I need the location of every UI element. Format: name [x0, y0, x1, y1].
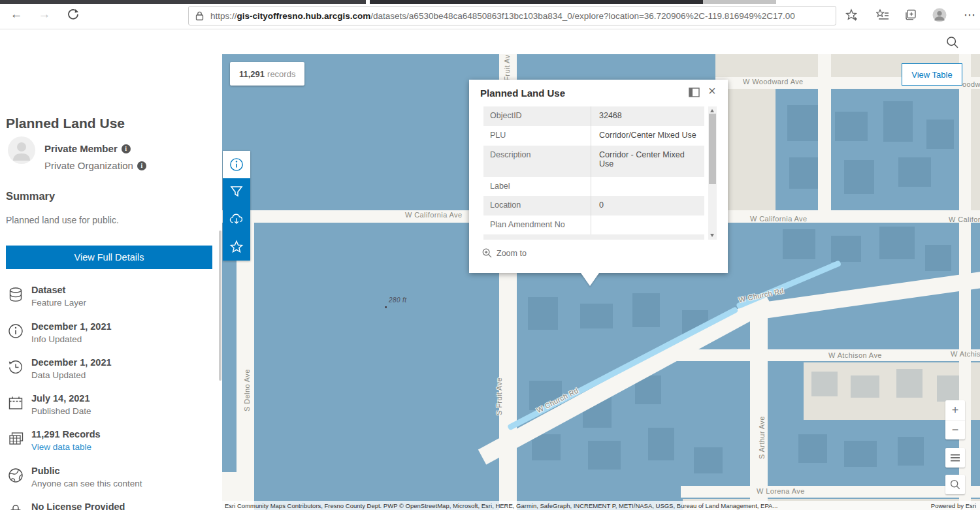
- collections-button[interactable]: [903, 7, 919, 23]
- popup-title: Planned Land Use: [480, 88, 565, 99]
- more-menu-button[interactable]: ⋯: [962, 7, 977, 23]
- scroll-down-arrow[interactable]: [710, 234, 714, 237]
- map-building: [831, 236, 861, 262]
- forward-button[interactable]: →: [36, 6, 53, 23]
- field-value: 0: [591, 196, 704, 215]
- street-label: S Delno Ave: [243, 369, 251, 411]
- favorites-bar-icon: [876, 8, 889, 22]
- street-label: W Lorena Ave: [757, 487, 805, 495]
- map-search-control: [945, 475, 965, 494]
- info-icon[interactable]: i: [137, 161, 146, 170]
- records-count: 11,291: [239, 69, 265, 79]
- search-icon[interactable]: [946, 36, 959, 49]
- magnifier-plus-icon: [482, 248, 492, 258]
- street-label: W Atchison Ave: [951, 350, 980, 358]
- meta-subtitle: Feature Layer: [31, 298, 86, 308]
- popup-scrollbar[interactable]: [708, 106, 717, 240]
- profile-avatar[interactable]: [932, 7, 947, 23]
- table-row: Location 0: [483, 196, 704, 215]
- map-building: [798, 434, 827, 463]
- scrollbar-thumb[interactable]: [709, 114, 716, 184]
- url-text: https://gis-cityoffresno.hub.arcgis.com/…: [210, 11, 795, 21]
- dataset-sidebar: Planned Land Use Private Member i Privat…: [0, 54, 222, 510]
- meta-title: Dataset: [31, 285, 65, 295]
- map-attribution: Esri Community Maps Contributors, Fresno…: [222, 501, 980, 510]
- table-row: Plan Amendment No: [483, 215, 704, 234]
- field-value: [591, 177, 704, 196]
- table-row: ObjectID 32468: [483, 106, 704, 126]
- sidebar-scrollbar[interactable]: [219, 231, 221, 381]
- map-building: [883, 101, 913, 142]
- map-canvas[interactable]: W Woodward Ave oodward Ave W California …: [222, 54, 980, 510]
- meta-subtitle: Anyone can see this content: [31, 479, 142, 488]
- info-icon[interactable]: i: [122, 144, 131, 153]
- zoom-to-button[interactable]: Zoom to: [482, 248, 527, 258]
- tab-strip: [370, 0, 703, 4]
- table-row: [483, 234, 704, 240]
- map-building: [898, 437, 924, 466]
- person-icon: [932, 8, 947, 22]
- add-favorite-button[interactable]: [844, 7, 860, 23]
- search-icon: [950, 479, 960, 490]
- map-building: [811, 372, 838, 396]
- refresh-icon: [67, 8, 79, 20]
- info-tool-button[interactable]: [223, 151, 250, 178]
- map-building: [783, 229, 815, 259]
- star-icon: [229, 240, 244, 254]
- page-title: Planned Land Use: [6, 116, 125, 131]
- meta-title: December 1, 2021: [31, 321, 112, 332]
- zoom-control: + −: [945, 400, 965, 439]
- map-building: [632, 293, 660, 327]
- info-icon: [229, 157, 244, 172]
- meta-subtitle: Info Updated: [31, 334, 82, 344]
- person-icon: [8, 136, 35, 164]
- zoom-out-button[interactable]: −: [945, 420, 965, 439]
- records-count-badge: 11,291 records: [230, 62, 304, 86]
- map-building: [937, 375, 959, 402]
- scroll-up-arrow[interactable]: [710, 109, 714, 112]
- close-icon[interactable]: ×: [708, 84, 716, 99]
- back-button[interactable]: ←: [8, 6, 25, 23]
- map-building: [528, 297, 558, 330]
- view-full-details-button[interactable]: View Full Details: [6, 246, 212, 269]
- street-label: W Woodward Ave: [743, 78, 804, 86]
- refresh-button[interactable]: [65, 6, 82, 23]
- view-data-table-link[interactable]: View data table: [31, 442, 91, 452]
- tab-strip: [703, 0, 776, 4]
- map-building: [925, 245, 951, 271]
- url-bar[interactable]: https://gis-cityoffresno.hub.arcgis.com/…: [188, 6, 836, 25]
- history-icon: [8, 359, 24, 375]
- meta-title: December 1, 2021: [31, 357, 112, 368]
- meta-title: Public: [31, 466, 60, 476]
- zoom-in-button[interactable]: +: [945, 400, 965, 420]
- map-building: [896, 369, 923, 398]
- favorites-button[interactable]: [875, 7, 890, 23]
- owner-member: Private Member i: [44, 143, 131, 154]
- street-label: W California Ave: [405, 211, 463, 219]
- view-table-button[interactable]: View Table: [902, 63, 962, 86]
- dock-icon[interactable]: [689, 88, 700, 97]
- field-label: Plan Amendment No: [483, 215, 591, 234]
- avatar: [8, 136, 35, 164]
- favorite-tool-button[interactable]: [223, 233, 250, 261]
- field-label: Label: [483, 177, 591, 196]
- road-church-rd: [743, 271, 980, 321]
- field-label: PLU: [483, 126, 591, 146]
- popup-pointer: [581, 273, 599, 286]
- download-tool-button[interactable]: [223, 206, 250, 233]
- meta-subtitle: Published Date: [31, 406, 91, 416]
- filter-icon: [230, 185, 243, 199]
- street-label: S Fruit Ave: [495, 377, 503, 415]
- filter-tool-button[interactable]: [223, 178, 250, 206]
- legend-button[interactable]: [945, 448, 965, 468]
- street-label: S Arthur Ave: [758, 416, 766, 459]
- field-value: [591, 215, 704, 234]
- tab-strip: [0, 0, 366, 4]
- map-building: [851, 375, 879, 398]
- road-lorena-ave: [681, 486, 980, 498]
- table-icon: [8, 431, 25, 448]
- map-search-button[interactable]: [945, 475, 965, 494]
- map-building: [532, 434, 561, 460]
- map-building: [580, 304, 613, 328]
- lock-icon: [195, 11, 204, 21]
